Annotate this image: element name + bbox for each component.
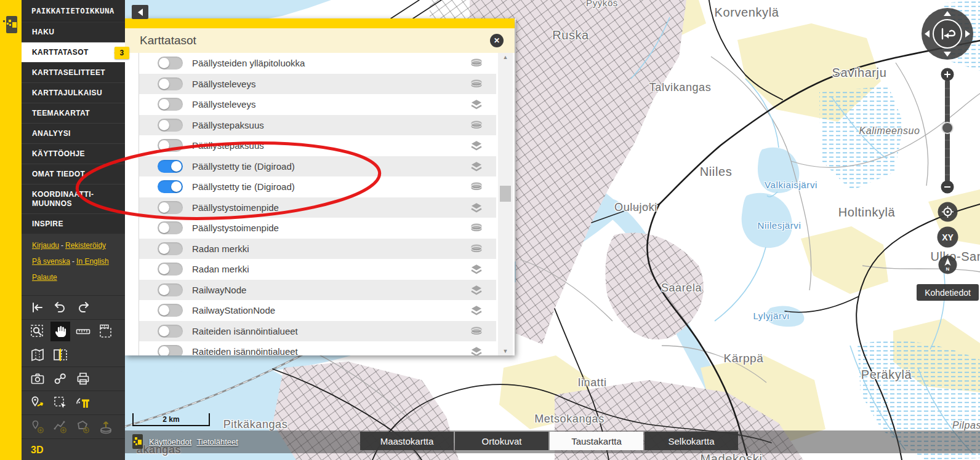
scroll-up-icon[interactable]: ▲	[498, 53, 513, 61]
layer-row: Päällystetty tie (Digiroad)	[139, 156, 496, 177]
sidebar-item-k-ytt-ohje[interactable]: KÄYTTÖOHJE	[22, 143, 125, 164]
scale-bar: 2 km	[132, 413, 210, 426]
panel-scrollbar[interactable]: ▲ ▼	[498, 53, 513, 355]
3d-view-link[interactable]: 3D	[22, 439, 125, 456]
pan-hand-icon	[53, 324, 68, 339]
scrollbar-thumb[interactable]	[500, 186, 511, 202]
sidebar-item-karttajulkaisu[interactable]: KARTTAJULKAISU	[22, 82, 125, 103]
sidebar-item-omat-tiedot[interactable]: OMAT TIEDOT	[22, 164, 125, 184]
feature-info-tooltip[interactable]: Kohdetiedot	[917, 284, 979, 301]
english-link[interactable]: In English	[76, 257, 109, 266]
compass-button[interactable]: N	[938, 255, 957, 274]
select-features-tool[interactable]	[53, 395, 68, 410]
screenshot-icon	[30, 371, 45, 386]
layer-toggle-off[interactable]	[158, 77, 183, 90]
cylinder-layer-icon[interactable]	[470, 223, 483, 233]
split-view-tool[interactable]	[53, 347, 68, 362]
layer-toggle-off[interactable]	[158, 284, 183, 296]
link-separator: -	[59, 241, 65, 250]
map-view-tool[interactable]	[30, 347, 45, 362]
layer-row: Päällystystoimenpide	[139, 218, 496, 239]
sidebar-item-koordinaatti-[interactable]: KOORDINAATTI-MUUNNOS	[22, 184, 125, 213]
layer-label: Päällystystoimenpide	[192, 202, 470, 213]
sidebar-nav: HAKU KARTTATASOT 3 KARTTASELITTEET KARTT…	[22, 22, 125, 234]
print-tool[interactable]	[76, 371, 90, 386]
layers-layer-icon[interactable]	[470, 346, 483, 355]
pan-control[interactable]	[920, 7, 974, 61]
basemap-button-taustakartta[interactable]: Taustakartta	[550, 432, 643, 450]
layer-toggle-off[interactable]	[158, 221, 183, 234]
layers-layer-icon[interactable]	[470, 161, 483, 172]
sidebar-item-teemakartat[interactable]: TEEMAKARTAT	[22, 103, 125, 123]
app-logo-icon[interactable]	[1, 15, 20, 36]
sidebar-item-haku[interactable]: HAKU	[22, 22, 125, 42]
layer-toggle-off[interactable]	[158, 304, 183, 317]
basemap-button-selkokartta[interactable]: Selkokartta	[645, 432, 738, 450]
tool-group	[22, 320, 125, 367]
layer-toggle-on[interactable]	[158, 160, 183, 173]
cylinder-layer-icon[interactable]	[470, 181, 483, 192]
feedback-link[interactable]: Palaute	[32, 273, 57, 282]
swedish-link[interactable]: På svenska	[32, 257, 70, 266]
layer-toggle-off[interactable]	[158, 242, 183, 255]
cylinder-layer-icon[interactable]	[470, 326, 483, 336]
data-sources-link[interactable]: Tietolähteet	[196, 437, 238, 446]
layer-toggle-off[interactable]	[158, 98, 183, 111]
terms-link[interactable]: Käyttöehdot	[149, 437, 191, 446]
measure-distance-tool[interactable]	[76, 324, 90, 339]
zoom-slider-handle[interactable]	[942, 122, 953, 133]
layer-toggle-off[interactable]	[158, 263, 183, 276]
my-location-button[interactable]	[938, 202, 958, 222]
share-link-icon	[53, 371, 68, 386]
scroll-down-icon[interactable]: ▼	[498, 347, 513, 355]
layer-label: Päällysteleveys	[192, 99, 470, 109]
screenshot-tool[interactable]	[30, 371, 45, 386]
undo-tool[interactable]	[53, 300, 68, 315]
layer-toggle-off[interactable]	[158, 119, 183, 132]
pan-history-tool[interactable]	[30, 300, 45, 315]
xy-label: XY	[942, 232, 954, 242]
login-link[interactable]: Kirjaudu	[32, 241, 59, 250]
basemap-button-maastokartta[interactable]: Maastokartta	[360, 432, 454, 450]
layer-toggle-off[interactable]	[158, 345, 183, 355]
cylinder-layer-icon[interactable]	[470, 79, 483, 89]
layers-layer-icon[interactable]	[470, 202, 483, 213]
add-marker-tool[interactable]	[30, 395, 45, 410]
zoom-box-tool[interactable]	[30, 324, 45, 339]
layer-label: RailwayStationNode	[192, 305, 470, 315]
sidebar-links: Kirjaudu-Rekisteröidy På svenska-In Engl…	[22, 234, 125, 295]
sidebar-item-karttatasot[interactable]: KARTTATASOT 3	[22, 42, 125, 62]
layer-toggle-off[interactable]	[158, 325, 183, 338]
layers-layer-icon[interactable]	[470, 264, 483, 274]
share-link-tool[interactable]	[53, 371, 68, 386]
measure-area-tool[interactable]	[98, 324, 113, 339]
map-area[interactable]: PyykösKorvenkyläRuskaSaviharjuTalvikanga…	[125, 0, 980, 460]
link-separator: -	[70, 257, 76, 266]
feature-data-tool[interactable]	[76, 395, 90, 410]
layer-toggle-off[interactable]	[158, 201, 183, 214]
cylinder-layer-icon[interactable]	[470, 58, 483, 68]
layers-layer-icon[interactable]	[470, 305, 483, 315]
collapse-panel-button[interactable]	[132, 5, 148, 19]
basemap-button-ortokuvat[interactable]: Ortokuvat	[455, 432, 548, 450]
layer-toggle-off[interactable]	[158, 57, 183, 69]
redo-tool[interactable]	[76, 300, 90, 315]
zoom-slider[interactable]	[939, 66, 956, 196]
register-link[interactable]: Rekisteröidy	[65, 241, 106, 250]
sidebar-item-analyysi[interactable]: ANALYYSI	[22, 123, 125, 143]
cylinder-layer-icon[interactable]	[470, 244, 483, 254]
cylinder-layer-icon[interactable]	[470, 120, 483, 130]
layers-layer-icon[interactable]	[470, 140, 483, 151]
pan-hand-tool[interactable]	[53, 324, 68, 339]
import-data-tool	[98, 419, 113, 434]
xy-coordinates-button[interactable]: XY	[937, 226, 958, 248]
layer-toggle-off[interactable]	[158, 139, 183, 152]
layers-layer-icon[interactable]	[470, 285, 483, 295]
map-place-label: Kalimeensuo	[859, 125, 920, 137]
layers-layer-icon[interactable]	[470, 99, 483, 109]
layer-toggle-on[interactable]	[158, 180, 183, 193]
sidebar-item-inspire[interactable]: INSPIRE	[22, 213, 125, 234]
map-place-label: Metsokangas	[534, 413, 604, 426]
close-panel-button[interactable]: ✕	[490, 34, 504, 47]
sidebar-item-karttaselitteet[interactable]: KARTTASELITTEET	[22, 62, 125, 82]
